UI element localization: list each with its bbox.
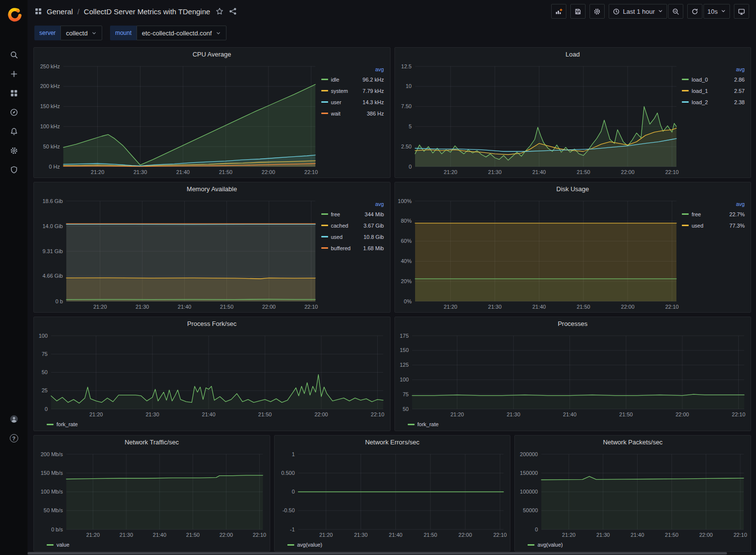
legend-avg-header[interactable]: avg (682, 201, 746, 207)
series-avg-value: 2.57 (734, 88, 746, 94)
panel-cpu-average: CPU Average 21:2021:3021:4021:5022:0022:… (33, 47, 391, 178)
sidebar-bottom (3, 409, 25, 448)
panel-title[interactable]: Disk Usage (557, 185, 589, 193)
create-button[interactable] (3, 64, 25, 84)
svg-text:2.50: 2.50 (401, 144, 411, 149)
svg-text:21:30: 21:30 (506, 411, 520, 417)
svg-text:21:20: 21:20 (91, 169, 105, 175)
legend-item[interactable]: cached3.67 Gib (321, 220, 385, 231)
time-range-picker[interactable]: Last 1 hour (609, 4, 667, 19)
variable-value-dropdown[interactable]: etc-collectd-collectd.conf (137, 26, 226, 40)
svg-text:22:00: 22:00 (262, 304, 276, 310)
panel-title[interactable]: Network Errors/sec (365, 438, 420, 446)
zoom-out-time-button[interactable] (668, 4, 683, 19)
legend-item[interactable]: free22.7% (682, 208, 746, 220)
legend-item[interactable]: load_12.57 (682, 85, 746, 96)
legend-item[interactable]: system7.79 kHz (321, 85, 385, 96)
legend-item[interactable]: buffered1.68 Mib (321, 242, 385, 254)
time-series-chart[interactable]: 21:2021:3021:4021:5022:0022:100 b/s50 Mb… (36, 449, 267, 539)
legend-item[interactable]: used10.8 Gib (321, 231, 385, 242)
legend-item[interactable]: user14.3 kHz (321, 96, 385, 108)
svg-text:21:40: 21:40 (153, 532, 167, 538)
time-series-chart[interactable]: 21:2021:3021:4021:5022:0022:100%20%40%60… (397, 196, 680, 311)
svg-text:175: 175 (399, 333, 408, 339)
panel-title[interactable]: Load (565, 51, 580, 58)
panel-title[interactable]: Process Fork/sec (187, 320, 236, 327)
alerting-button[interactable] (3, 122, 25, 141)
series-avg-value: 2.86 (734, 77, 746, 83)
series-color-marker (321, 113, 328, 114)
refresh-interval-picker[interactable]: 10s (703, 4, 730, 19)
legend-item[interactable]: load_02.86 (682, 74, 746, 85)
legend-item[interactable]: fork_rate (47, 421, 78, 427)
svg-text:21:30: 21:30 (596, 532, 610, 538)
cycle-view-mode-button[interactable] (734, 4, 749, 19)
explore-button[interactable] (3, 103, 25, 122)
panel-title[interactable]: Network Traffic/sec (125, 438, 179, 446)
time-series-chart[interactable]: 21:2021:3021:4021:5022:0022:100 b4.66 Gi… (36, 196, 319, 311)
legend-item[interactable]: value (47, 542, 69, 548)
series-name: cached (331, 223, 348, 229)
svg-text:0: 0 (45, 406, 48, 412)
time-series-chart[interactable]: 21:2021:3021:4021:5022:0022:1002.5057.50… (397, 61, 680, 176)
svg-text:21:20: 21:20 (93, 304, 107, 310)
variable-value-dropdown[interactable]: collectd (60, 26, 102, 40)
legend-avg-header[interactable]: avg (321, 201, 385, 207)
time-series-chart[interactable]: 21:2021:3021:4021:5022:0022:100500001000… (517, 449, 748, 539)
dashboards-button[interactable] (3, 84, 25, 103)
star-dashboard-button[interactable] (216, 7, 224, 15)
time-series-chart[interactable]: 21:2021:3021:4021:5022:0022:100255075100 (36, 331, 387, 419)
legend-item[interactable]: avg(value) (528, 542, 562, 548)
panel-process-fork: Process Fork/sec 21:2021:3021:4021:5022:… (33, 317, 391, 431)
legend-item[interactable]: load_22.38 (682, 96, 746, 108)
legend-item[interactable]: idle96.2 kHz (321, 74, 385, 85)
dashboard-toolbar: Last 1 hour (551, 4, 749, 19)
legend-item[interactable]: free344 Mib (321, 208, 385, 220)
horizontal-scrollbar[interactable] (28, 552, 756, 555)
svg-text:0: 0 (408, 164, 411, 170)
legend-item[interactable]: used77.3% (682, 220, 746, 231)
server-admin-button[interactable] (3, 160, 25, 179)
breadcrumb-folder[interactable]: General (47, 7, 73, 16)
legend: fork_rate (36, 419, 387, 430)
panel-title[interactable]: Network Packets/sec (603, 438, 662, 446)
time-series-chart[interactable]: 21:2021:3021:4021:5022:0022:10-1-0.5000.… (277, 449, 507, 539)
series-name: avg(value) (537, 542, 562, 548)
sidebar (0, 0, 28, 555)
refresh-button[interactable] (687, 4, 702, 19)
svg-text:200 Mb/s: 200 Mb/s (41, 451, 63, 457)
svg-text:21:50: 21:50 (258, 411, 272, 417)
user-avatar-icon (10, 415, 18, 423)
svg-text:22:10: 22:10 (665, 169, 679, 175)
svg-text:5: 5 (408, 123, 411, 129)
series-name: fork_rate (56, 421, 78, 427)
scrollbar-thumb[interactable] (28, 552, 727, 555)
search-button[interactable] (3, 45, 25, 64)
legend-avg-header[interactable]: avg (682, 66, 746, 72)
panel-title[interactable]: Memory Available (187, 185, 237, 193)
dashboard-settings-button[interactable] (589, 4, 605, 19)
user-profile-button[interactable] (3, 409, 25, 429)
series-color-marker (682, 213, 689, 215)
legend-item[interactable]: avg(value) (287, 542, 322, 548)
panel-title[interactable]: Processes (558, 320, 588, 327)
svg-text:21:50: 21:50 (423, 532, 437, 538)
time-series-chart[interactable]: 21:2021:3021:4021:5022:0022:105075100125… (397, 331, 748, 419)
grafana-home-button[interactable] (5, 6, 22, 23)
legend-avg-header[interactable]: avg (321, 66, 385, 72)
legend-item[interactable]: wait386 Hz (321, 108, 385, 119)
svg-text:100 Mb/s: 100 Mb/s (41, 489, 63, 495)
svg-text:150 kHz: 150 kHz (40, 103, 60, 109)
panel-title[interactable]: CPU Average (193, 51, 231, 58)
dashboard-grid: CPU Average 21:2021:3021:4021:5022:0022:… (28, 43, 756, 552)
svg-text:22:00: 22:00 (220, 532, 233, 538)
legend-item[interactable]: fork_rate (408, 421, 439, 427)
save-dashboard-button[interactable] (570, 4, 586, 19)
series-name: load_2 (692, 99, 708, 105)
time-series-chart[interactable]: 21:2021:3021:4021:5022:0022:100 Hz50 kHz… (36, 61, 319, 176)
configuration-button[interactable] (3, 141, 25, 160)
svg-text:22:00: 22:00 (458, 532, 472, 538)
add-panel-button[interactable] (551, 4, 566, 19)
share-dashboard-button[interactable] (229, 7, 237, 15)
help-button[interactable] (3, 429, 25, 448)
